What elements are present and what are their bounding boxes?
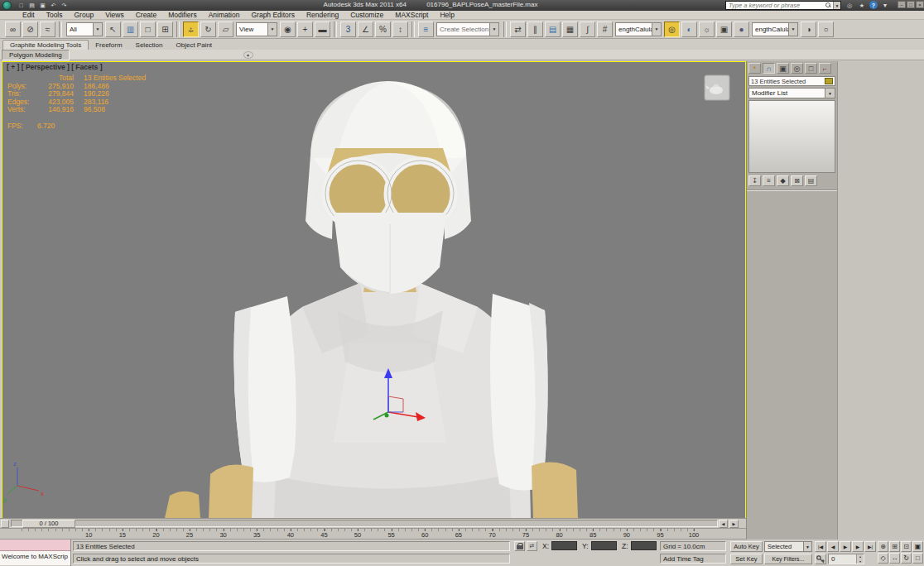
menu-item-edit[interactable]: Edit — [17, 11, 41, 19]
key-filters-button[interactable]: Key Filters... — [764, 554, 812, 564]
selection-name-field[interactable]: 13 Entities Selected — [748, 76, 835, 86]
graphite-ribbon-toggle-icon[interactable]: ▦ — [562, 22, 578, 37]
zoom-extents-button[interactable]: ⊡ — [901, 541, 912, 552]
align-icon[interactable]: ∥ — [527, 22, 543, 37]
frame-spinner[interactable]: ▴ ▾ — [856, 554, 864, 564]
zoom-all-button[interactable]: ⊞ — [889, 541, 900, 552]
track-bar[interactable]: 101520253035404550556065707580859095100 — [0, 528, 746, 540]
macro-recorder-pane[interactable] — [0, 540, 70, 551]
length-calculator-field-2[interactable]: engthCalulato▼ — [752, 22, 798, 36]
modify-tab-icon[interactable]: ∩ — [763, 63, 775, 74]
edit-named-selection-sets-icon[interactable]: ≡ — [418, 22, 434, 37]
length-calculator-field-1[interactable]: engthCalulato▼ — [615, 22, 662, 36]
character-model[interactable] — [165, 81, 578, 518]
selection-filter-dropdown[interactable]: All▼ — [66, 22, 103, 36]
step-back-button[interactable]: ◀ — [719, 520, 728, 528]
unlink-selection-icon[interactable]: ⊘ — [22, 22, 38, 37]
dropdown-arrow-icon[interactable]: ▼ — [489, 23, 498, 36]
modifier-stack[interactable] — [748, 100, 835, 173]
menu-item-maxscript[interactable]: MAXScript — [389, 11, 434, 19]
selection-lock-toggle[interactable] — [514, 541, 525, 551]
go-to-end-button[interactable]: ▶| — [864, 541, 876, 552]
x-coordinate-field[interactable] — [551, 541, 577, 550]
make-unique-button[interactable]: ◆ — [777, 175, 789, 186]
select-and-manipulate-icon[interactable]: + — [297, 22, 313, 37]
viewport-label[interactable]: [ + ] [ Perspective ] [ Facets ] — [7, 63, 103, 71]
percent-snap-icon[interactable]: % — [375, 22, 391, 37]
render-iterative-icon[interactable]: ◑ — [801, 22, 816, 37]
bind-to-space-warp-icon[interactable]: ≈ — [40, 22, 55, 37]
key-set-dropdown[interactable]: Selected ▼ — [764, 541, 812, 552]
listener-pane[interactable]: Welcome to MAXScrip — [0, 551, 70, 565]
hierarchy-tab-icon[interactable]: ▣ — [777, 63, 789, 74]
ribbon-tab-freeform[interactable]: Freeform — [89, 41, 128, 50]
mirror-icon[interactable]: ⇄ — [510, 22, 526, 37]
ribbon-minimize-button[interactable]: ▾ — [243, 51, 253, 59]
maxscript-mini-listener[interactable]: Welcome to MAXScrip — [0, 540, 71, 566]
key-mode-toggle[interactable] — [815, 554, 826, 564]
dropdown-arrow-icon[interactable]: ▼ — [825, 89, 835, 98]
zoom-button[interactable]: ⊕ — [878, 541, 888, 552]
communication-center-arrow-icon[interactable]: ▼ — [880, 1, 890, 10]
spinner-snap-icon[interactable]: ↕ — [392, 22, 408, 37]
menu-item-graph-editors[interactable]: Graph Editors — [245, 11, 300, 19]
pan-button[interactable]: ↔ — [889, 553, 900, 564]
previous-frame-button[interactable]: ◀ — [827, 541, 839, 552]
dropdown-arrow-icon[interactable]: ▼ — [267, 23, 277, 36]
star-icon[interactable]: ★ — [857, 1, 867, 10]
maximize-viewport-button[interactable]: □ — [912, 553, 923, 564]
viewport-canvas[interactable]: x y z — [2, 62, 745, 518]
current-frame-field[interactable]: 0 ▴ ▾ — [828, 554, 864, 564]
play-button[interactable]: ▶ — [840, 541, 851, 552]
set-key-button[interactable]: Set Key — [730, 554, 763, 564]
snaps-toggle-icon[interactable]: 3 — [340, 22, 356, 37]
fov-button[interactable]: ◇ — [878, 553, 888, 564]
render-setup-icon[interactable]: ☼ — [699, 22, 715, 37]
render-production-icon[interactable]: ● — [734, 22, 749, 37]
select-and-link-icon[interactable]: ∞ — [5, 22, 21, 37]
rendered-frame-window-icon[interactable]: ▣ — [716, 22, 732, 37]
create-tab-icon[interactable]: * — [748, 63, 761, 74]
reference-coordinate-system-dropdown[interactable]: View▼ — [236, 22, 277, 36]
menu-item-modifiers[interactable]: Modifiers — [162, 11, 202, 19]
minimize-button[interactable]: – — [898, 1, 906, 8]
dropdown-arrow-icon[interactable]: ▼ — [803, 542, 811, 551]
zoom-extents-all-button[interactable]: ▣ — [912, 541, 923, 552]
ribbon-tab-object-paint[interactable]: Object Paint — [170, 41, 219, 50]
menu-item-create[interactable]: Create — [130, 11, 163, 19]
close-button[interactable]: × — [916, 1, 924, 8]
curve-editor-icon[interactable]: ∫ — [580, 22, 595, 37]
named-selection-set-combo[interactable]: Create Selection Set▼ — [436, 22, 499, 36]
time-slider-handle[interactable]: 0 / 100 — [22, 520, 75, 528]
ribbon-tab-graphite-modeling-tools[interactable]: Graphite Modeling Tools — [2, 40, 89, 50]
menu-item-customize[interactable]: Customize — [344, 11, 389, 19]
maximize-button[interactable]: □ — [907, 1, 915, 8]
select-object-icon[interactable]: ↖ — [105, 22, 121, 37]
modifier-list-dropdown[interactable]: Modifier List ▼ — [748, 88, 835, 98]
select-and-scale-icon[interactable]: ▱ — [218, 22, 233, 37]
add-time-tag-field[interactable]: Add Time Tag — [660, 554, 726, 564]
isolate-selection-icon[interactable]: ◎ — [664, 22, 680, 37]
dropdown-arrow-icon[interactable]: ▼ — [652, 23, 661, 36]
material-editor-icon[interactable]: ◐ — [681, 22, 697, 37]
help-icon[interactable]: ? — [869, 1, 878, 9]
render-last-icon[interactable]: ○ — [818, 22, 834, 37]
y-coordinate-field[interactable] — [591, 541, 617, 550]
absolute-offset-mode-toggle[interactable]: ⇄ — [527, 541, 537, 551]
schematic-view-icon[interactable]: # — [597, 22, 613, 37]
utilities-tab-icon[interactable]: ⌐ — [819, 63, 831, 74]
configure-modifier-sets-button[interactable]: ▤ — [805, 175, 817, 186]
menu-item-animation[interactable]: Animation — [203, 11, 246, 19]
keyboard-shortcut-override-icon[interactable]: ▬ — [315, 22, 330, 37]
step-forward-button[interactable]: ▶ — [729, 520, 739, 528]
ribbon-tab-polygon-modeling[interactable]: Polygon Modeling — [2, 50, 70, 60]
object-color-swatch[interactable] — [825, 78, 833, 84]
search-input[interactable] — [726, 2, 825, 9]
menu-item-rendering[interactable]: Rendering — [301, 11, 344, 19]
menu-item-group[interactable]: Group — [69, 11, 100, 19]
menu-item-help[interactable]: Help — [434, 11, 460, 19]
next-frame-button[interactable]: ▶ — [852, 541, 864, 552]
menu-item-views[interactable]: Views — [99, 11, 130, 19]
select-by-name-icon[interactable]: ▥ — [123, 22, 138, 37]
motion-tab-icon[interactable]: ◎ — [791, 63, 803, 74]
